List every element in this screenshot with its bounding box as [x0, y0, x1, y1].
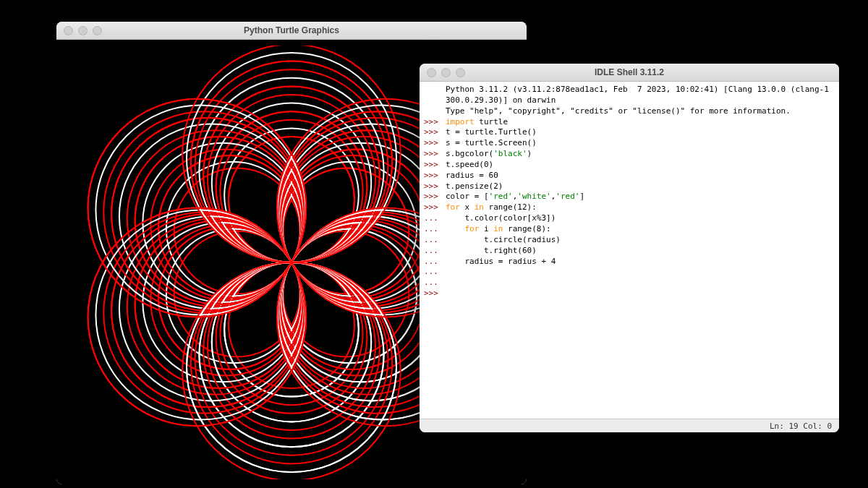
- minimize-icon[interactable]: [441, 68, 451, 77]
- minimize-icon[interactable]: [78, 26, 88, 35]
- idle-window-title: IDLE Shell 3.11.2: [420, 67, 839, 77]
- idle-status-bar: Ln: 19 Col: 0: [420, 419, 839, 432]
- cursor-position: Ln: 19 Col: 0: [770, 421, 832, 431]
- turtle-window-title: Python Turtle Graphics: [56, 25, 527, 35]
- turtle-titlebar[interactable]: Python Turtle Graphics: [56, 22, 527, 40]
- close-icon[interactable]: [64, 26, 73, 35]
- zoom-icon[interactable]: [456, 68, 465, 77]
- window-controls: [64, 26, 102, 35]
- close-icon[interactable]: [427, 68, 436, 77]
- window-controls: [427, 68, 465, 77]
- idle-shell-text[interactable]: Python 3.11.2 (v3.11.2:878ead1ac1, Feb 7…: [420, 82, 839, 419]
- idle-titlebar[interactable]: IDLE Shell 3.11.2: [420, 64, 839, 82]
- zoom-icon[interactable]: [93, 26, 102, 35]
- idle-shell-window[interactable]: IDLE Shell 3.11.2 Python 3.11.2 (v3.11.2…: [420, 64, 839, 432]
